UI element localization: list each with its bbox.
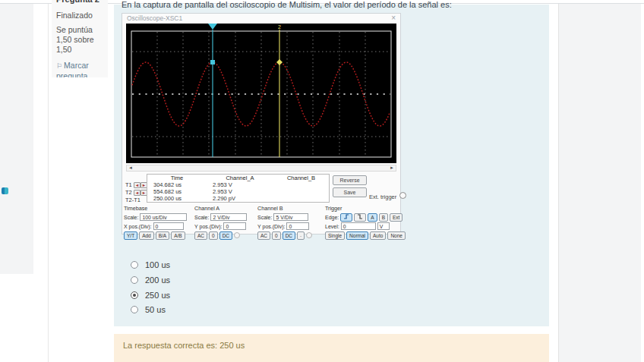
left-rail: [0, 4, 33, 274]
question-number: Pregunta 2: [56, 0, 103, 4]
channel-a-ac-button[interactable]: AC: [194, 231, 207, 240]
question-text: En la captura de pantalla del osciloscop…: [122, 0, 544, 9]
t2-t1-channel-b-value: [273, 195, 329, 202]
close-icon[interactable]: ×: [391, 14, 396, 23]
measurement-table: Time Channel_A Channel_B 304.682 us 2.95…: [147, 174, 330, 203]
t1-channel-a-value: 2.953 V: [207, 181, 273, 188]
channel-b-scale-input[interactable]: 5 V/Div: [273, 213, 308, 221]
trigger-source-ext-button[interactable]: Ext: [390, 213, 402, 222]
timebase-xpos-label: X pos.(Div):: [124, 224, 152, 229]
radio-button[interactable]: [131, 291, 138, 299]
channel-b-group: Channel B Scale: 5 V/Div Y pos.(Div): 0 …: [257, 205, 323, 239]
channel-b-ypos-input[interactable]: 0: [286, 222, 309, 230]
question-content: En la captura de pantalla del osciloscop…: [114, 5, 549, 326]
trigger-group: Trigger Edge: A B Ext Level: 0 V Single …: [325, 205, 399, 239]
rising-edge-button[interactable]: [340, 213, 352, 222]
ext-trigger-label: Ext. trigger: [369, 194, 396, 200]
trigger-level-label: Level:: [325, 224, 339, 229]
channel-b-minus-button[interactable]: -: [297, 231, 305, 240]
content-divider: [48, 4, 49, 362]
oscilloscope-window: Oscilloscope-XSC1 ×: [122, 13, 401, 235]
trigger-edge-label: Edge:: [325, 215, 339, 220]
cursor-t2[interactable]: 2: [276, 24, 283, 157]
radio-button[interactable]: [131, 306, 138, 313]
trigger-level-unit-select[interactable]: V: [377, 222, 390, 230]
channel-a-zero-button[interactable]: 0: [209, 231, 218, 240]
option-label[interactable]: 50 us: [145, 305, 166, 314]
channel-b-connector: [306, 232, 312, 238]
question-status: Finalizado: [56, 11, 103, 20]
display-scrollbar[interactable]: ◄ ►: [126, 165, 396, 172]
radio-button[interactable]: [131, 276, 138, 284]
add-mode-button[interactable]: Add: [139, 231, 154, 240]
question-info-box: Pregunta 2 Finalizado Se puntúa 1,50 sob…: [52, 0, 108, 77]
grid-vertical-lines: [157, 32, 365, 156]
channel-b-scale-label: Scale:: [257, 215, 272, 220]
channel-b-ac-button[interactable]: AC: [257, 231, 270, 240]
answer-option[interactable]: 250 us: [131, 291, 170, 300]
t2-left-arrow-button[interactable]: ◄: [134, 190, 140, 196]
question-grade: Se puntúa 1,50 sobre 1,50: [56, 25, 103, 55]
channel-a-scale-input[interactable]: 2 V/Div: [210, 213, 247, 221]
t2-t1-row-label: T2-T1: [125, 197, 140, 203]
channel-a-scale-label: Scale:: [194, 215, 209, 220]
radio-button[interactable]: [131, 261, 138, 269]
oscilloscope-titlebar: Oscilloscope-XSC1 ×: [122, 14, 400, 24]
trigger-auto-button[interactable]: Auto: [370, 231, 386, 240]
trigger-single-button[interactable]: Single: [325, 231, 345, 240]
channel-a-group: Channel A Scale: 2 V/Div Y pos.(Div): 0 …: [194, 205, 255, 239]
flag-question-link[interactable]: ⚐Marcar pregunta: [56, 61, 103, 77]
answer-option[interactable]: 50 us: [131, 305, 166, 314]
trigger-source-a-button[interactable]: A: [368, 213, 377, 222]
answer-option[interactable]: 100 us: [131, 260, 170, 269]
t2-t1-time-value: 250.000 us: [147, 195, 207, 202]
yt-mode-button[interactable]: Y/T: [124, 231, 137, 240]
channel-a-connector: [234, 232, 240, 238]
channel-b-title: Channel B: [257, 205, 323, 212]
timebase-group: Timebase Scale: 100 us/Div X pos.(Div): …: [124, 205, 192, 239]
trigger-level-input[interactable]: 0: [341, 222, 376, 230]
ba-mode-button[interactable]: B/A: [156, 231, 169, 240]
channel-a-ypos-input[interactable]: 0: [223, 222, 246, 230]
ext-trigger-connector: [399, 192, 406, 199]
option-label[interactable]: 200 us: [145, 275, 170, 285]
scroll-right-icon[interactable]: ►: [390, 165, 394, 170]
channel-a-dc-button[interactable]: DC: [219, 231, 232, 240]
timebase-xpos-input[interactable]: 0: [153, 222, 184, 230]
t2-channel-b-value: [273, 188, 329, 195]
t1-channel-b-value: [273, 181, 329, 188]
option-label[interactable]: 100 us: [145, 260, 170, 269]
answer-option[interactable]: 200 us: [131, 275, 170, 285]
cursor-t1[interactable]: [208, 24, 217, 157]
ab-mode-button[interactable]: A/B: [171, 231, 185, 240]
trigger-source-b-button[interactable]: B: [379, 213, 388, 222]
t1-row-label: T1 ◄►: [125, 181, 147, 188]
option-label[interactable]: 250 us: [145, 291, 170, 300]
waveform-plot: 2: [126, 24, 396, 163]
scope-controls: Timebase Scale: 100 us/Div X pos.(Div): …: [122, 205, 400, 240]
channel-b-zero-button[interactable]: 0: [272, 231, 281, 240]
channel-b-ypos-label: Y pos.(Div):: [257, 224, 285, 229]
oscilloscope-title: Oscilloscope-XSC1: [127, 14, 182, 22]
timebase-title: Timebase: [124, 205, 192, 212]
timebase-scale-label: Scale:: [124, 215, 138, 220]
col-header-time: Time: [147, 175, 207, 181]
channel-a-title: Channel A: [194, 205, 255, 212]
link-icon[interactable]: [2, 187, 8, 194]
trigger-normal-button[interactable]: Normal: [346, 231, 368, 240]
right-drawer-panel: [558, 4, 641, 362]
feedback-box: La respuesta correcta es: 250 us: [114, 334, 549, 362]
t1-left-arrow-button[interactable]: ◄: [134, 182, 140, 188]
reverse-button[interactable]: Reverse: [333, 175, 367, 185]
scroll-left-icon[interactable]: ◄: [128, 165, 133, 170]
oscilloscope-display: 2: [126, 24, 396, 163]
col-header-channel-b: Channel_B: [273, 175, 329, 181]
measurement-panel: T1 ◄► T2 ◄► T2-T1 Time Channel_A Channel…: [125, 174, 398, 203]
channel-b-dc-button[interactable]: DC: [283, 231, 295, 240]
save-button[interactable]: Save: [333, 187, 367, 197]
falling-edge-button[interactable]: [354, 213, 366, 222]
trigger-title: Trigger: [325, 205, 399, 212]
channel-a-ypos-label: Y pos.(Div):: [194, 224, 222, 229]
trigger-none-button[interactable]: None: [387, 231, 406, 240]
timebase-scale-input[interactable]: 100 us/Div: [140, 213, 187, 221]
